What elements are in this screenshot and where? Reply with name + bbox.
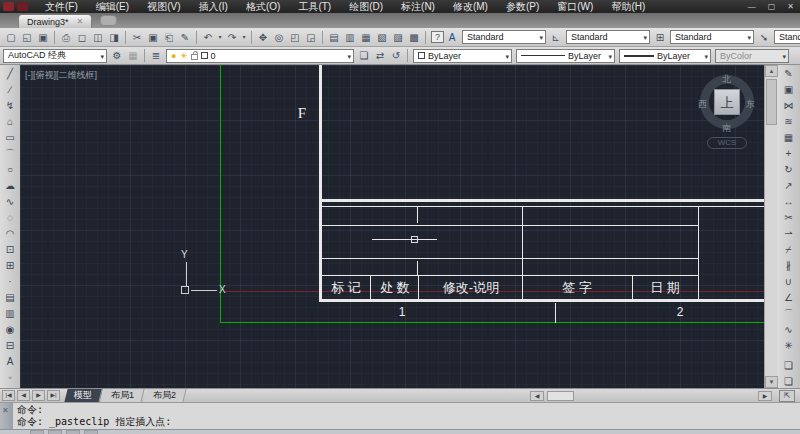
qnew-icon[interactable]: ▢ <box>3 30 19 45</box>
insertion-marker-grip[interactable] <box>411 236 418 243</box>
viewcube-west[interactable]: 西 <box>698 98 707 111</box>
scale-icon[interactable]: ↗ <box>781 178 797 194</box>
trim-icon[interactable]: ✂ <box>781 210 797 226</box>
restore-button[interactable]: ▢ <box>762 0 782 13</box>
spline-icon[interactable]: ∿ <box>2 194 18 210</box>
redo-icon[interactable]: ↷ <box>224 30 240 45</box>
linetype-dropdown[interactable]: ByLayer <box>516 49 615 63</box>
add-scale-icon[interactable]: ◦ <box>2 370 18 386</box>
table-style-icon[interactable]: ⊞ <box>652 30 668 45</box>
separator[interactable] <box>54 31 55 44</box>
multileader-style-icon[interactable]: ➘ <box>756 30 772 45</box>
menu-file[interactable]: 文件(F) <box>36 0 87 13</box>
prev-tab-button[interactable]: ◀ <box>17 390 30 401</box>
quickcalc-icon[interactable]: ▩ <box>406 30 422 45</box>
horizontal-scrollbar[interactable]: ◀ ▶ ⇱ <box>185 389 800 403</box>
separator[interactable] <box>425 31 426 44</box>
workspace-save-icon[interactable]: ▦ <box>125 48 141 63</box>
menu-dimension[interactable]: 标注(N) <box>392 0 444 13</box>
multiline-text-icon[interactable]: A <box>2 354 18 370</box>
bring-to-front-icon[interactable]: ❏ <box>781 358 797 374</box>
fillet-icon[interactable]: ⌒ <box>781 306 797 322</box>
first-tab-button[interactable]: |◀ <box>2 390 15 401</box>
menu-draw[interactable]: 绘图(D) <box>340 0 392 13</box>
menu-insert[interactable]: 插入(I) <box>189 0 236 13</box>
next-tab-button[interactable]: ▶ <box>32 390 45 401</box>
scroll-right-icon[interactable]: ▶ <box>758 391 772 401</box>
extend-icon[interactable]: ⇀ <box>781 226 797 242</box>
menu-window[interactable]: 窗口(W) <box>548 0 602 13</box>
offset-icon[interactable]: ≋ <box>781 114 797 130</box>
close-button[interactable]: ✕ <box>781 0 800 13</box>
app-icon-2[interactable] <box>17 2 28 11</box>
insert-block-icon[interactable]: ⊡ <box>2 242 18 258</box>
blend-curves-icon[interactable]: ∿ <box>781 322 797 338</box>
ellipse-icon[interactable]: ◌ <box>2 210 18 226</box>
undo-dropdown-icon[interactable]: ▾ <box>216 30 224 45</box>
break-at-point-icon[interactable]: ⌿ <box>781 242 797 258</box>
maximize-viewport-icon[interactable]: ⇱ <box>779 390 795 402</box>
viewcube[interactable]: 上 北 南 西 东 WCS <box>696 71 758 151</box>
designcenter-icon[interactable]: ▥ <box>342 30 358 45</box>
command-window[interactable]: ✕ 命令: 命令: _pasteclip 指定插入点: <box>0 402 800 429</box>
construction-line-icon[interactable]: ∕ <box>2 82 18 98</box>
tab-layout1[interactable]: 布局1 <box>101 389 144 402</box>
layer-on-icon[interactable]: ● <box>171 51 176 61</box>
hatch-icon[interactable]: ▤ <box>2 290 18 306</box>
make-block-icon[interactable]: ⊞ <box>2 258 18 274</box>
viewcube-top-face[interactable]: 上 <box>714 89 740 115</box>
chamfer-icon[interactable]: ∠ <box>781 290 797 306</box>
viewcube-north[interactable]: 北 <box>722 73 731 86</box>
erase-icon[interactable]: ✎ <box>781 66 797 82</box>
workspace-settings-icon[interactable]: ⚙ <box>109 48 125 63</box>
last-tab-button[interactable]: ▶| <box>47 390 60 401</box>
arc-icon[interactable]: ⌒ <box>2 146 18 162</box>
scroll-left-icon[interactable]: ◀ <box>530 391 544 401</box>
line-icon[interactable]: ╱ <box>2 66 18 82</box>
workspace-dropdown[interactable]: AutoCAD 经典 <box>3 49 107 63</box>
plot-icon[interactable]: ⎙ <box>58 30 74 45</box>
table-style-dropdown[interactable]: Standard <box>670 30 754 44</box>
tool-palettes-icon[interactable]: ▦ <box>358 30 374 45</box>
layer-properties-icon[interactable]: ≣ <box>148 48 164 63</box>
redo-dropdown-icon[interactable]: ▾ <box>240 30 248 45</box>
minimize-button[interactable]: — <box>742 0 762 13</box>
help-icon[interactable]: ? <box>431 31 444 43</box>
scroll-up-icon[interactable]: ▲ <box>765 65 778 77</box>
rectangle-icon[interactable]: ▭ <box>2 130 18 146</box>
explode-icon[interactable]: ✳ <box>781 338 797 354</box>
mirror-icon[interactable]: ⋈ <box>781 98 797 114</box>
viewcube-south[interactable]: 南 <box>722 122 731 135</box>
dimension-style-dropdown[interactable]: Standard <box>566 30 650 44</box>
sheet-set-manager-icon[interactable]: ▧ <box>374 30 390 45</box>
markup-set-icon[interactable]: ▨ <box>390 30 406 45</box>
menu-view[interactable]: 视图(V) <box>138 0 189 13</box>
move-icon[interactable]: + <box>781 146 797 162</box>
rotate-icon[interactable]: ↻ <box>781 162 797 178</box>
zoom-realtime-icon[interactable]: ◎ <box>271 30 287 45</box>
layer-dropdown[interactable]: ● ☀ 0 <box>166 49 354 63</box>
separator[interactable] <box>196 31 197 44</box>
dimension-style-icon[interactable]: ⊾ <box>548 30 564 45</box>
new-tab-button[interactable] <box>100 15 117 26</box>
table-icon[interactable]: ⊟ <box>2 338 18 354</box>
zoom-previous-icon[interactable]: ◲ <box>303 30 319 45</box>
plot-preview-icon[interactable]: ◻ <box>74 30 90 45</box>
object-color-dropdown[interactable]: ByLayer <box>413 49 512 63</box>
export-dwf-icon[interactable]: ◨ <box>106 30 122 45</box>
layer-lock-icon[interactable] <box>191 54 198 60</box>
scroll-down-icon[interactable]: ▼ <box>765 376 778 388</box>
menu-format[interactable]: 格式(O) <box>237 0 289 13</box>
document-tab-drawing3[interactable]: Drawing3* ✕ <box>18 14 92 28</box>
copy-clip-icon[interactable]: ▣ <box>145 30 161 45</box>
circle-icon[interactable]: ○ <box>2 162 18 178</box>
polyline-icon[interactable]: ↯ <box>2 98 18 114</box>
make-object-layer-current-icon[interactable]: ❏ <box>356 48 372 63</box>
region-icon[interactable]: ◉ <box>2 322 18 338</box>
layer-color-swatch[interactable] <box>201 52 208 59</box>
gradient-icon[interactable]: ▥ <box>2 306 18 322</box>
layer-freeze-icon[interactable]: ☀ <box>179 51 187 61</box>
menu-modify[interactable]: 修改(M) <box>444 0 497 13</box>
app-icon[interactable] <box>3 2 14 11</box>
menu-edit[interactable]: 编辑(E) <box>87 0 138 13</box>
